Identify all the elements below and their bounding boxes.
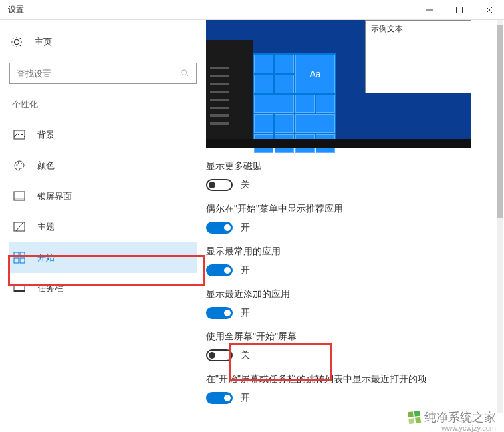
setting-label: 使用全屏幕"开始"屏幕 [206,331,504,343]
sidebar-item-lockscreen[interactable]: 锁屏界面 [9,181,197,212]
svg-rect-14 [20,252,25,257]
setting-label: 在"开始"屏幕或任务栏的跳转列表中显示最近打开的项 [206,373,504,385]
sidebar-item-background[interactable]: 背景 [9,120,197,150]
sidebar-item-label: 主题 [37,221,55,233]
sidebar-item-themes[interactable]: 主题 [9,212,197,242]
palette-icon [13,160,25,172]
sidebar-item-colors[interactable]: 颜色 [9,150,197,181]
setting-label: 显示最近添加的应用 [206,288,504,300]
setting-jumplist: 在"开始"屏幕或任务栏的跳转列表中显示最近打开的项 开 [206,373,504,404]
svg-rect-15 [14,258,19,263]
sidebar-item-start[interactable]: 开始 [9,242,197,273]
watermark-url: www.ycwjzy.com [441,424,496,432]
home-label: 主页 [35,36,52,48]
svg-point-4 [182,70,187,75]
setting-recently-added: 显示最近添加的应用 开 [206,288,504,319]
svg-point-7 [17,164,18,166]
setting-fullscreen-start: 使用全屏幕"开始"屏幕 关 [206,331,504,361]
category-label: 个性化 [9,99,197,110]
toggle-state: 开 [241,307,250,319]
svg-point-9 [21,163,22,164]
search-input[interactable] [17,69,180,79]
sidebar: 主页 个性化 背景 颜色 锁屏界面 主题 开始 [0,20,206,432]
setting-label: 显示更多磁贴 [206,160,504,172]
search-icon [180,69,189,78]
setting-label: 偶尔在"开始"菜单中显示推荐应用 [206,203,504,215]
watermark-logo-icon [408,411,421,424]
image-icon [13,129,25,141]
toggle-jumplist[interactable] [206,392,233,404]
setting-more-tiles: 显示更多磁贴 关 [206,160,504,191]
sidebar-item-label: 背景 [37,129,55,141]
gear-icon [11,36,23,48]
home-link[interactable]: 主页 [9,33,197,51]
toggle-fullscreen-start[interactable] [206,349,233,361]
toggle-state: 开 [241,392,250,404]
scrollbar-thumb[interactable] [497,25,503,218]
sidebar-item-label: 颜色 [37,160,55,172]
svg-rect-6 [14,130,25,139]
preview-sample-window: 示例文本 [365,20,471,93]
maximize-button[interactable] [444,0,474,20]
watermark-text: 纯净系统之家 [424,409,496,425]
svg-rect-1 [456,7,462,13]
sidebar-item-taskbar[interactable]: 任务栏 [9,273,197,304]
scrollbar[interactable] [497,20,503,413]
taskbar-icon [13,282,25,294]
toggle-state: 关 [241,349,250,361]
search-box[interactable] [9,63,197,84]
svg-point-8 [18,162,19,164]
svg-rect-18 [14,290,25,292]
main-content: Aa 示例文本 显示更多磁贴 关 偶尔在"开始"菜单中显示推荐应用 开 [206,20,504,432]
window-title: 设置 [8,4,24,15]
toggle-state: 开 [241,264,250,276]
toggle-most-used[interactable] [206,264,233,276]
close-button[interactable] [474,0,504,20]
minimize-button[interactable] [414,0,444,20]
setting-suggestions: 偶尔在"开始"菜单中显示推荐应用 开 [206,203,504,234]
toggle-state: 关 [241,179,250,191]
svg-rect-11 [14,198,25,200]
start-preview: Aa 示例文本 [206,20,471,148]
sidebar-item-label: 锁屏界面 [37,190,72,202]
toggle-state: 开 [241,222,250,234]
toggle-recently-added[interactable] [206,307,233,319]
svg-rect-16 [20,258,25,263]
svg-rect-13 [14,252,19,257]
window-controls [414,0,504,20]
preview-tile-aa: Aa [295,55,335,93]
titlebar: 设置 [0,0,504,20]
lockscreen-icon [13,190,25,202]
start-icon [13,252,25,264]
toggle-suggestions[interactable] [206,222,233,234]
theme-icon [13,221,25,233]
setting-label: 显示最常用的应用 [206,246,504,258]
watermark: 纯净系统之家 [408,409,496,425]
svg-line-5 [186,75,189,77]
sidebar-item-label: 开始 [37,252,55,264]
sidebar-item-label: 任务栏 [37,282,63,294]
setting-most-used: 显示最常用的应用 开 [206,246,504,276]
toggle-more-tiles[interactable] [206,179,233,191]
